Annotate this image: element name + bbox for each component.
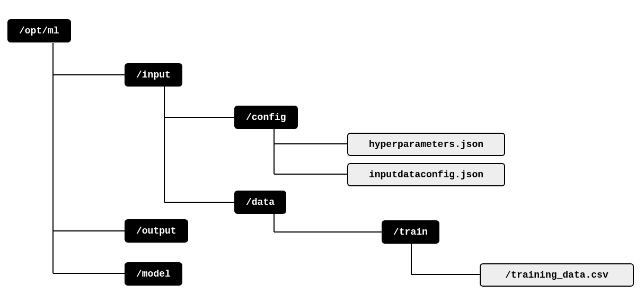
dir-node-model: /model: [125, 262, 182, 286]
file-node-training-data-csv: /training_data.csv: [480, 263, 634, 287]
file-node-hyperparameters: hyperparameters.json: [347, 133, 505, 156]
file-node-inputdataconfig: inputdataconfig.json: [347, 163, 505, 186]
dir-node-data: /data: [234, 191, 286, 214]
dir-node-config: /config: [234, 106, 298, 129]
dir-node-input: /input: [125, 63, 182, 87]
dir-node-output: /output: [125, 219, 188, 243]
dir-node-opt-ml: /opt/ml: [7, 19, 71, 42]
connector-lines: [0, 0, 644, 301]
dir-node-train: /train: [382, 220, 439, 244]
